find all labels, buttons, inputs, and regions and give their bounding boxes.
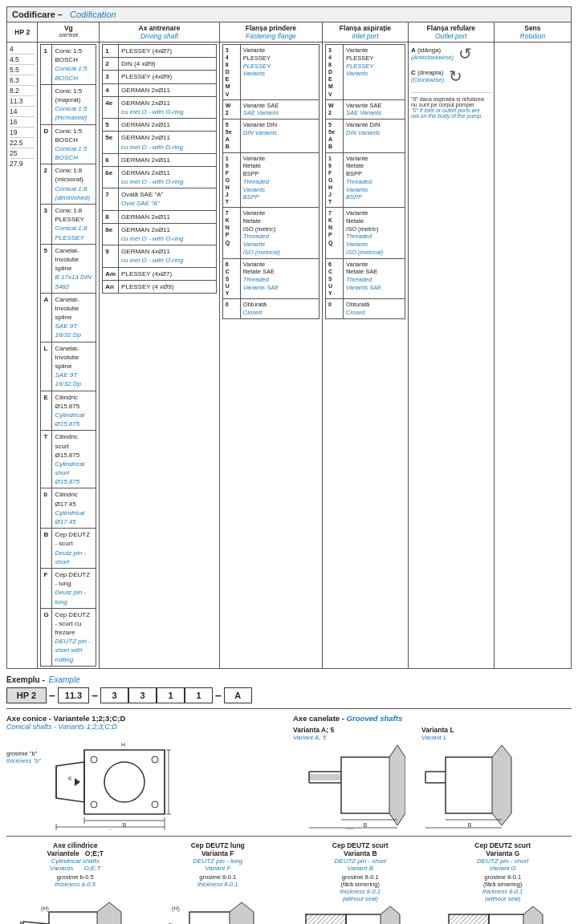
variant-l: Varianta L Variant L B l xyxy=(421,726,526,831)
outlet-header: Flanșa refulare Outlet port xyxy=(408,22,494,43)
bottom-item-3: Cep DEUTZ scurtVarianta B DEUTZ pin - sh… xyxy=(291,841,429,924)
svg-marker-32 xyxy=(389,745,405,825)
bottom1-diagram: (H) B l xyxy=(17,888,133,924)
svg-point-1 xyxy=(104,762,144,802)
variant-a5: Varianta A; 5 Variant A; 5 xyxy=(293,726,405,831)
bottom1-label-italic: Cylindrical shaftsVariants O;E;T xyxy=(6,857,144,872)
example-outlet: 1 xyxy=(185,687,213,703)
flange-header: Flanșa prindere Fastening flange xyxy=(219,22,322,43)
example-hp: HP 2 xyxy=(6,687,47,703)
shaft-cell: 1Conic 1:5 BOSCHConical 1:5 BOSCH Conic … xyxy=(38,43,100,669)
sens-header: Sens Rotation xyxy=(494,22,571,43)
vg-header: Vg cm³/rot xyxy=(38,22,100,43)
svg-rect-0 xyxy=(84,750,165,814)
bottom1-note: grosime b-0.5thickness b-0.5 xyxy=(6,873,144,888)
svg-point-6 xyxy=(91,756,97,763)
bottom2-label: Cep DEUTZ lungVarianta F xyxy=(149,841,287,857)
inlet-cell: 348DEMV VariantePLESSEYPLESSEYVariants W… xyxy=(219,43,322,669)
sens-cell: A (stânga) (Anticlockwise) ↺ C (dreapta)… xyxy=(408,43,494,669)
svg-text:(H): (H) xyxy=(172,906,180,912)
title-bar: Codificare – Codification xyxy=(6,6,572,22)
main-content-row: 44.55.56.3 8.211.31416 1922.52527.9 1Con… xyxy=(7,43,572,669)
bottom4-diagram: d₀ Ø17.8 2.7 2 6.5 xyxy=(445,902,561,924)
grooved-section: Axe canelate - Grooved shafts Varianta A… xyxy=(293,714,572,831)
example-flange: 3 xyxy=(128,687,157,703)
svg-text:l: l xyxy=(110,829,112,830)
svg-marker-91 xyxy=(523,906,543,924)
bottom-item-4: Cep DEUTZ scurtVarianta G DEUTZ pin - sh… xyxy=(434,841,572,924)
grosime-label: grosime "b"thickness "b" xyxy=(6,750,41,764)
bottom2-note: grosime 8-0.1thickness 8-0.1 xyxy=(149,873,287,888)
example-inlet: 1 xyxy=(157,687,185,703)
shafts-section: Axe conice - Variantele 1;2;3;C;D Conica… xyxy=(6,714,572,831)
flange-cell: 1PLESSEY (4xØ7) 2DIN (4 xØ9) 3PLESSEY (4… xyxy=(100,43,220,669)
example-sens: A xyxy=(224,687,252,703)
svg-marker-51 xyxy=(97,902,121,924)
svg-marker-19 xyxy=(75,778,80,786)
conical-shaft-diagram: B K H l xyxy=(44,734,205,830)
conical-section: Axe conice - Variantele 1;2;3;C;D Conica… xyxy=(6,714,285,831)
svg-marker-63 xyxy=(230,902,254,924)
title-italic: Codification xyxy=(70,10,116,19)
variant-a5-diagram: B min/ monat l xyxy=(293,741,405,829)
example-shaft: 3 xyxy=(100,687,128,703)
bottom-item-1: Axe cilindriceVariantele O;E;T Cylindric… xyxy=(6,841,144,924)
svg-text:K: K xyxy=(68,776,72,781)
shaft-header: Ax antrenare Driving shaft xyxy=(100,22,220,43)
example-boxes: HP 2 – 11.3 – 3 3 1 1 – A xyxy=(6,687,572,703)
bottom-diagrams: Axe cilindriceVariantele O;E;T Cylindric… xyxy=(6,841,572,924)
example-vg: 11.3 xyxy=(58,687,89,703)
example-label-italic: Example xyxy=(49,675,80,684)
conical-title-italic: Conical shafts - Variants 1;2;3;C;D xyxy=(6,723,285,731)
hp-header: HP 2 xyxy=(7,22,38,43)
svg-rect-86 xyxy=(449,914,489,924)
ex-dash-2: – xyxy=(89,689,100,702)
svg-marker-43 xyxy=(492,745,511,825)
bottom2-label-italic: DEUTZ pin - longVariant F xyxy=(149,857,287,872)
example-label: Exemplu - xyxy=(6,675,45,684)
vg-values-cell: 44.55.56.3 8.211.31416 1922.52527.9 xyxy=(7,43,38,669)
svg-text:B: B xyxy=(468,822,472,828)
grooved-title: Axe canelate - Grooved shafts xyxy=(293,714,572,723)
bottom3-label-italic: DEUTZ pin - shortVariant B xyxy=(291,857,429,872)
svg-text:min/: min/ xyxy=(345,827,355,829)
title-text: Codificare xyxy=(12,10,55,19)
bottom4-label: Cep DEUTZ scurtVarianta G xyxy=(434,841,572,857)
bottom3-diagram: Ø17.8 2.7 6.3 xyxy=(302,902,418,924)
outlet-cell: 348DEMV VariantePLESSEYPLESSEYVariants W… xyxy=(323,43,409,669)
svg-point-7 xyxy=(152,756,158,763)
bottom3-label: Cep DEUTZ scurtVarianta B xyxy=(291,841,429,857)
svg-text:B: B xyxy=(364,822,368,828)
bottom2-diagram: Ø17.5 (H) 8 14 xyxy=(165,888,270,924)
svg-text:H: H xyxy=(121,742,125,748)
svg-point-9 xyxy=(152,801,158,808)
title-dash: – xyxy=(55,10,65,19)
bottom4-label-italic: DEUTZ pin - shortVariant G xyxy=(434,857,572,872)
conical-title: Axe conice - Variantele 1;2;3;C;D xyxy=(6,714,285,723)
svg-point-8 xyxy=(91,801,97,808)
bottom1-label: Axe cilindriceVariantele O;E;T xyxy=(6,841,144,857)
example-section: Exemplu - Example HP 2 – 11.3 – 3 3 1 1 … xyxy=(6,675,572,703)
svg-text:(H): (H) xyxy=(41,906,49,912)
svg-rect-73 xyxy=(306,914,346,924)
grooved-variants-row: Varianta A; 5 Variant A; 5 xyxy=(293,726,572,831)
inlet-header: Flanșa aspirație Inlet port xyxy=(323,22,409,43)
bottom-item-2: Cep DEUTZ lungVarianta F DEUTZ pin - lon… xyxy=(149,841,287,924)
ex-dash-1: – xyxy=(47,689,58,702)
bottom4-note: grosime 8-0.1(fără simering)thickness 8-… xyxy=(434,873,572,902)
svg-marker-76 xyxy=(381,906,400,924)
bottom3-note: grosime 8-0.1(fără simering)thickness 8-… xyxy=(291,873,429,902)
variant-l-diagram: B l xyxy=(421,741,526,829)
conical-diagram-row: grosime "b"thickness "b" xyxy=(6,734,285,830)
ex-dash-3: – xyxy=(213,689,224,702)
coding-table: HP 2 Vg cm³/rot Ax antrenare Driving sha… xyxy=(6,22,572,669)
